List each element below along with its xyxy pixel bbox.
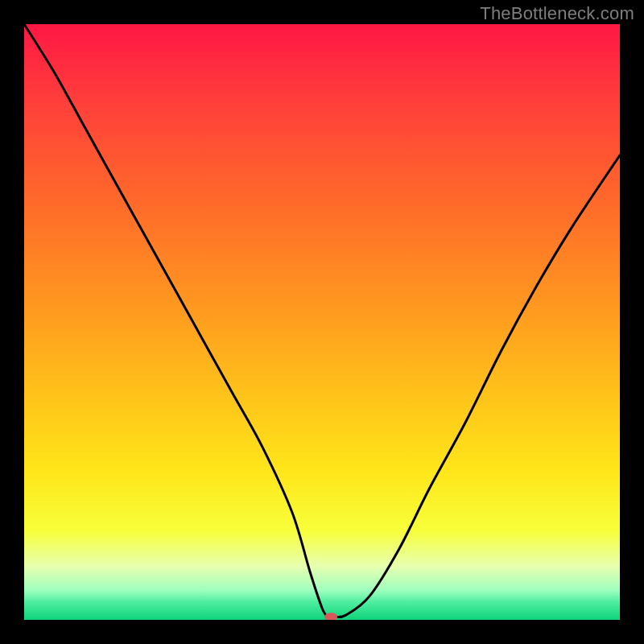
plot-background-gradient [24,24,620,620]
bottleneck-chart [0,0,644,644]
bottleneck-marker [324,613,337,621]
watermark-text: TheBottleneck.com [480,3,634,24]
chart-frame: TheBottleneck.com [0,0,644,644]
